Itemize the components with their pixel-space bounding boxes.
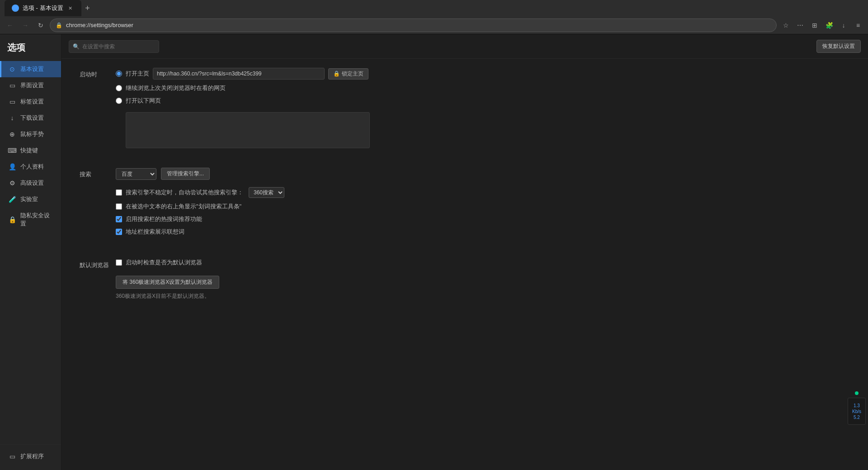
sidebar-item-advanced[interactable]: ⚙ 高级设置 — [0, 175, 61, 191]
settings-content: 启动时 打开主页 🔒 锁定主页 — [61, 59, 868, 327]
sidebar-item-ui-label: 界面设置 — [20, 81, 44, 89]
network-speed-widget: 1.3 Kb/s 5.2 — [845, 391, 868, 425]
apps-button[interactable]: ⊞ — [808, 19, 821, 32]
lab-settings-icon: 🧪 — [9, 196, 16, 203]
homepage-url-input[interactable] — [153, 68, 325, 80]
auto-check-default-label: 启动时检查是否为默认浏览器 — [126, 258, 202, 267]
startup-custom-radio[interactable] — [116, 98, 122, 104]
extensions-icon: ▭ — [9, 453, 16, 460]
sidebar-item-tabs-label: 标签设置 — [20, 98, 44, 106]
back-button[interactable]: ← — [4, 19, 16, 32]
sidebar-item-basic-label: 基本设置 — [20, 65, 44, 73]
auto-fallback-row: 搜索引擎不稳定时，自动尝试其他搜索引擎： 360搜索 — [116, 187, 850, 198]
settings-search-box[interactable]: 🔍 — [69, 40, 159, 53]
hot-suggest-label: 启用搜索栏的热搜词推荐功能 — [126, 215, 202, 223]
sidebar-item-extensions[interactable]: ▭ 扩展程序 — [0, 448, 61, 465]
refresh-button[interactable]: ↻ — [34, 19, 47, 32]
word-search-row: 在被选中文本的右上角显示"划词搜索工具条" — [116, 202, 850, 211]
address-bar[interactable]: 🔒 chrome://settings/browser — [50, 19, 777, 32]
content-header: 🔍 恢复默认设置 — [61, 34, 868, 59]
tab-bar: 选项 - 基本设置 ✕ + — [0, 0, 868, 16]
search-engine-select[interactable]: 百度 — [116, 168, 156, 180]
download-manager-button[interactable]: ↓ — [837, 19, 850, 32]
search-body: 百度 管理搜索引擎... 搜索引擎不稳定时，自动尝试其他搜索引擎： 360搜索 — [116, 168, 850, 240]
mouse-settings-icon: ⊕ — [9, 131, 16, 138]
address-suggest-label: 地址栏搜索展示联想词 — [126, 228, 184, 236]
search-section: 搜索 百度 管理搜索引擎... 搜索引擎不稳定时，自动尝试其他搜索 — [80, 168, 850, 240]
sidebar-divider — [0, 444, 61, 445]
nav-right-icons: ☆ ⋯ ⊞ 🧩 ↓ ≡ — [779, 19, 864, 32]
word-search-label: 在被选中文本的右上角显示"划词搜索工具条" — [126, 202, 241, 211]
set-default-browser-button[interactable]: 将 360极速浏览器X设置为默认浏览器 — [116, 276, 219, 289]
extensions-button[interactable]: 🧩 — [823, 19, 835, 32]
sidebar: 选项 ⊙ 基本设置 ▭ 界面设置 ▭ 标签设置 ↓ 下载设置 ⊕ 鼠标手势 ⌨ … — [0, 34, 61, 470]
startup-section: 启动时 打开主页 🔒 锁定主页 — [80, 68, 850, 150]
privacy-settings-icon: 🔒 — [9, 216, 16, 223]
sidebar-item-mouse[interactable]: ⊕ 鼠标手势 — [0, 126, 61, 142]
forward-button[interactable]: → — [19, 19, 32, 32]
manage-search-engines-button[interactable]: 管理搜索引擎... — [161, 168, 210, 180]
navigation-bar: ← → ↻ 🔒 chrome://settings/browser ☆ ⋯ ⊞ … — [0, 16, 868, 34]
network-status-dot — [855, 391, 859, 395]
sidebar-title: 选项 — [0, 40, 61, 61]
default-browser-label: 默认浏览器 — [80, 258, 116, 269]
auto-fallback-checkbox[interactable] — [116, 189, 122, 196]
search-engine-row: 百度 管理搜索引擎... — [116, 168, 850, 180]
content-area: 🔍 恢复默认设置 启动时 打开主页 — [61, 34, 868, 470]
startup-custom-label: 打开以下网页 — [126, 97, 161, 105]
settings-search-input[interactable] — [82, 43, 155, 50]
fallback-engine-select[interactable]: 360搜索 — [249, 187, 284, 198]
restore-default-button[interactable]: 恢复默认设置 — [816, 40, 861, 53]
default-browser-row: 默认浏览器 启动时检查是否为默认浏览器 将 360极速浏览器X设置为默认浏览器 … — [80, 258, 850, 300]
ui-settings-icon: ▭ — [9, 82, 16, 89]
startup-continue-radio[interactable] — [116, 85, 122, 91]
advanced-settings-icon: ⚙ — [9, 179, 16, 187]
sidebar-item-shortcut[interactable]: ⌨ 快捷键 — [0, 142, 61, 159]
active-tab[interactable]: 选项 - 基本设置 ✕ — [5, 0, 81, 16]
startup-homepage-label: 打开主页 — [126, 70, 149, 78]
new-tab-button[interactable]: + — [81, 2, 94, 14]
address-suggest-checkbox[interactable] — [116, 229, 122, 235]
address-suggest-row: 地址栏搜索展示联想词 — [116, 228, 850, 236]
auto-check-default-checkbox[interactable] — [116, 259, 122, 266]
tabs-settings-icon: ▭ — [9, 98, 16, 105]
menu-button[interactable]: ≡ — [852, 19, 864, 32]
lock-homepage-label: 锁定主页 — [342, 70, 363, 78]
bookmark-button[interactable]: ☆ — [779, 19, 792, 32]
startup-continue-label: 继续浏览上次关闭浏览器时在看的网页 — [126, 84, 226, 92]
address-lock-icon: 🔒 — [56, 22, 62, 28]
hot-suggest-checkbox[interactable] — [116, 216, 122, 222]
default-browser-status: 360极速浏览器X目前不是默认浏览器。 — [116, 292, 850, 300]
auto-check-default-row: 启动时检查是否为默认浏览器 — [116, 258, 850, 267]
sidebar-item-download-label: 下载设置 — [20, 114, 44, 122]
profile-settings-icon: 👤 — [9, 163, 16, 170]
sidebar-item-privacy[interactable]: 🔒 隐私安全设置 — [0, 207, 61, 232]
sidebar-item-lab-label: 实验室 — [20, 195, 38, 203]
startup-homepage-row: 打开主页 🔒 锁定主页 — [116, 68, 850, 80]
startup-custom-row: 打开以下网页 — [116, 97, 850, 105]
sidebar-item-profile[interactable]: 👤 个人资料 — [0, 159, 61, 175]
basic-settings-icon: ⊙ — [9, 66, 16, 73]
sidebar-item-download[interactable]: ↓ 下载设置 — [0, 110, 61, 126]
sidebar-item-tabs[interactable]: ▭ 标签设置 — [0, 94, 61, 110]
search-label: 搜索 — [80, 168, 116, 179]
lock-homepage-button[interactable]: 🔒 锁定主页 — [328, 68, 368, 80]
startup-homepage-radio[interactable] — [116, 70, 122, 77]
sidebar-item-lab[interactable]: 🧪 实验室 — [0, 191, 61, 207]
network-speed-text: 1.3 Kb/s 5.2 — [852, 403, 861, 420]
more-button[interactable]: ⋯ — [794, 19, 807, 32]
tab-close-button[interactable]: ✕ — [67, 5, 74, 12]
sidebar-item-basic[interactable]: ⊙ 基本设置 — [0, 61, 61, 77]
sidebar-item-mouse-label: 鼠标手势 — [20, 130, 44, 138]
tab-title: 选项 - 基本设置 — [23, 4, 63, 12]
startup-urls-textarea[interactable] — [126, 112, 370, 148]
shortcut-settings-icon: ⌨ — [9, 147, 16, 154]
default-browser-section: 默认浏览器 启动时检查是否为默认浏览器 将 360极速浏览器X设置为默认浏览器 … — [80, 258, 850, 300]
startup-body: 打开主页 🔒 锁定主页 继 — [116, 68, 850, 150]
sidebar-item-ui[interactable]: ▭ 界面设置 — [0, 77, 61, 94]
main-layout: 选项 ⊙ 基本设置 ▭ 界面设置 ▭ 标签设置 ↓ 下载设置 ⊕ 鼠标手势 ⌨ … — [0, 34, 868, 470]
sidebar-bottom: ▭ 扩展程序 — [0, 441, 61, 465]
search-row: 搜索 百度 管理搜索引擎... 搜索引擎不稳定时，自动尝试其他搜索 — [80, 168, 850, 240]
lock-icon: 🔒 — [333, 70, 340, 77]
word-search-checkbox[interactable] — [116, 203, 122, 210]
